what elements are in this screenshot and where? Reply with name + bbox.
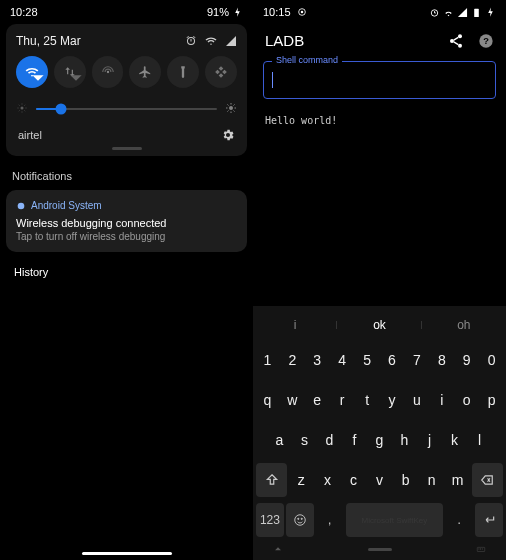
key-o[interactable]: o: [455, 383, 478, 417]
key-x[interactable]: x: [315, 463, 339, 497]
key-emoji[interactable]: [286, 503, 314, 537]
nav-bar: [253, 542, 506, 560]
notif-text: Tap to turn off wireless debugging: [16, 231, 237, 242]
svg-rect-19: [482, 549, 483, 550]
key-7[interactable]: 7: [405, 343, 428, 377]
qs-tile-wifi[interactable]: [16, 56, 48, 88]
key-m[interactable]: m: [446, 463, 470, 497]
key-2[interactable]: 2: [281, 343, 304, 377]
qs-tile-hotspot[interactable]: [92, 56, 124, 88]
status-time: 10:28: [10, 6, 38, 18]
chevron-down-icon: [69, 71, 83, 85]
app-indicator-icon: [297, 7, 307, 17]
shell-command-input[interactable]: Shell command: [263, 61, 496, 99]
key-h[interactable]: h: [393, 423, 416, 457]
key-4[interactable]: 4: [331, 343, 354, 377]
status-time: 10:15: [263, 6, 291, 18]
key-l[interactable]: l: [468, 423, 491, 457]
key-8[interactable]: 8: [430, 343, 453, 377]
keyboard-collapse-icon[interactable]: [273, 544, 283, 554]
notif-app-row: Android System: [16, 200, 237, 211]
key-1[interactable]: 1: [256, 343, 279, 377]
android-icon: [16, 201, 26, 211]
key-z[interactable]: z: [289, 463, 313, 497]
key-row-3: z x c v b n m: [253, 460, 506, 500]
share-icon[interactable]: [448, 33, 464, 49]
qs-tile-airplane[interactable]: [129, 56, 161, 88]
suggestion-left[interactable]: i: [253, 318, 337, 332]
key-y[interactable]: y: [381, 383, 404, 417]
carrier-label: airtel: [18, 129, 42, 141]
key-a[interactable]: a: [268, 423, 291, 457]
key-backspace[interactable]: [472, 463, 503, 497]
key-k[interactable]: k: [443, 423, 466, 457]
key-v[interactable]: v: [367, 463, 391, 497]
signal-icon: [225, 35, 237, 47]
key-3[interactable]: 3: [306, 343, 329, 377]
panel-handle[interactable]: [112, 147, 142, 150]
svg-point-0: [106, 71, 108, 73]
keyboard-switch-icon[interactable]: [476, 544, 486, 554]
phone-left-quicksettings: 10:28 91% Thu, 25 Mar: [0, 0, 253, 560]
qs-date: Thu, 25 Mar: [16, 34, 81, 48]
status-icons: [429, 7, 496, 18]
key-s[interactable]: s: [293, 423, 316, 457]
qs-tile-flashlight[interactable]: [167, 56, 199, 88]
help-icon[interactable]: ?: [478, 33, 494, 49]
key-r[interactable]: r: [331, 383, 354, 417]
svg-point-3: [18, 202, 25, 209]
key-shift[interactable]: [256, 463, 287, 497]
key-u[interactable]: u: [405, 383, 428, 417]
suggestion-bar: i ok oh: [253, 310, 506, 340]
key-period[interactable]: .: [445, 503, 473, 537]
slider-track[interactable]: [36, 108, 217, 110]
history-button[interactable]: History: [0, 252, 253, 292]
key-9[interactable]: 9: [455, 343, 478, 377]
key-0[interactable]: 0: [480, 343, 503, 377]
key-j[interactable]: j: [418, 423, 441, 457]
key-c[interactable]: c: [341, 463, 365, 497]
suggestion-right[interactable]: oh: [422, 318, 506, 332]
key-d[interactable]: d: [318, 423, 341, 457]
key-5[interactable]: 5: [356, 343, 379, 377]
key-row-2: a s d f g h j k l: [253, 420, 506, 460]
svg-point-13: [295, 515, 306, 526]
nav-handle[interactable]: [368, 548, 392, 551]
key-row-numbers: 1 2 3 4 5 6 7 8 9 0: [253, 340, 506, 380]
suggestion-mid[interactable]: ok: [337, 318, 421, 332]
key-p[interactable]: p: [480, 383, 503, 417]
status-bar: 10:28 91%: [0, 0, 253, 24]
text-cursor: [272, 72, 273, 88]
key-comma[interactable]: ,: [316, 503, 344, 537]
status-battery: 91%: [207, 6, 229, 18]
key-w[interactable]: w: [281, 383, 304, 417]
key-i[interactable]: i: [430, 383, 453, 417]
nav-handle[interactable]: [82, 552, 172, 555]
key-f[interactable]: f: [343, 423, 366, 457]
qs-tile-nearby[interactable]: [205, 56, 237, 88]
qs-tile-data[interactable]: [54, 56, 86, 88]
settings-icon[interactable]: [221, 128, 235, 142]
key-b[interactable]: b: [394, 463, 418, 497]
shell-label: Shell command: [272, 55, 342, 65]
key-symbols[interactable]: 123: [256, 503, 284, 537]
key-6[interactable]: 6: [381, 343, 404, 377]
key-space[interactable]: Microsoft SwiftKey: [346, 503, 444, 537]
key-n[interactable]: n: [420, 463, 444, 497]
app-title: LADB: [265, 32, 304, 49]
key-g[interactable]: g: [368, 423, 391, 457]
key-enter[interactable]: [475, 503, 503, 537]
key-e[interactable]: e: [306, 383, 329, 417]
brightness-slider[interactable]: [16, 100, 237, 118]
svg-rect-7: [474, 8, 479, 16]
brightness-low-icon: [16, 100, 28, 118]
notif-app-name: Android System: [31, 200, 102, 211]
key-t[interactable]: t: [356, 383, 379, 417]
status-bar: 10:15: [253, 0, 506, 24]
svg-point-1: [21, 107, 24, 110]
svg-rect-17: [479, 549, 480, 550]
signal-icon: [457, 7, 468, 18]
key-q[interactable]: q: [256, 383, 279, 417]
notification-card[interactable]: Android System Wireless debugging connec…: [6, 190, 247, 252]
slider-thumb[interactable]: [56, 104, 67, 115]
